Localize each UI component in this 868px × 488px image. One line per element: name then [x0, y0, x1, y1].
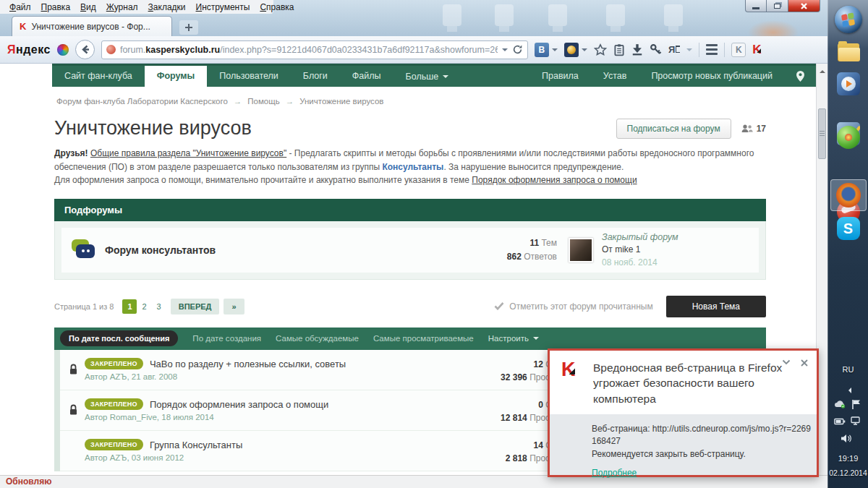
clock-date[interactable]: 02.12.2014 [828, 468, 868, 477]
rules-link[interactable]: Общие правила раздела "Уничтожение вирус… [90, 148, 286, 158]
firefox-menu-button[interactable] [706, 44, 718, 55]
topic-title[interactable]: ЧаВо по разделу + полезные ссылки, совет… [150, 359, 346, 369]
next-page-button[interactable]: ВПЕРЕД [171, 299, 220, 314]
vk-icon: B [535, 43, 549, 57]
subforum-title[interactable]: Форум консультантов [105, 244, 216, 256]
consultants-link[interactable]: Консультанты [382, 162, 443, 172]
firefox-icon [836, 183, 861, 207]
collapse-chevron-icon[interactable] [782, 359, 791, 367]
menu-edit[interactable]: Правка [36, 2, 76, 12]
clock-time[interactable]: 19:19 [828, 454, 868, 463]
topic-author[interactable]: Автор AZЪ, 21 авг. 2008 [85, 372, 346, 381]
last-page-button[interactable]: » [224, 299, 244, 314]
topic-author[interactable]: Автор AZЪ, 03 июня 2012 [85, 453, 242, 462]
subforum-row[interactable]: Форум консультантов 11 Тем 862 Ответов З… [61, 228, 759, 273]
yandex-logo[interactable]: Яндекс [7, 43, 51, 56]
address-bar[interactable]: forum.kasperskyclub.ru/index.php?s=91221… [101, 40, 528, 59]
people-icon [741, 124, 753, 133]
scroll-up-arrow[interactable] [820, 67, 825, 73]
reload-button[interactable] [512, 44, 523, 55]
yandex-elements-icon[interactable] [57, 44, 69, 56]
nav-more[interactable]: Больше [393, 66, 461, 87]
toolbar-overflow-chevron-icon[interactable] [686, 48, 692, 54]
page-2-link[interactable]: 2 [137, 302, 151, 311]
password-key-button[interactable] [650, 43, 662, 56]
details-link[interactable]: Подробнее [592, 467, 637, 479]
clipboard-icon [613, 43, 625, 56]
language-indicator[interactable]: RU [828, 365, 868, 374]
close-alert-icon[interactable] [801, 359, 808, 367]
yandex-visual-bookmarks-icon[interactable]: Я [668, 44, 680, 55]
power-battery-icon[interactable] [834, 418, 846, 425]
plus-icon [184, 23, 193, 32]
skype-taskbar-icon[interactable]: S [837, 217, 860, 240]
browser-tab[interactable]: K Уничтожение вирусов - Фор... [12, 16, 172, 36]
bookmarks-panel-button[interactable] [613, 43, 625, 56]
nav-new-posts[interactable]: Просмотр новых публикаций [639, 66, 785, 87]
topic-author[interactable]: Автор Roman_Five, 18 июля 2014 [85, 413, 328, 421]
sort-by-last-post[interactable]: По дате посл. сообщения [60, 330, 178, 346]
network-icon[interactable] [851, 416, 861, 425]
downloads-button[interactable] [631, 43, 643, 56]
page-1-active[interactable]: 1 [122, 299, 137, 314]
menu-file[interactable]: Файл [4, 2, 36, 12]
star-icon [594, 43, 607, 56]
back-button[interactable] [75, 40, 95, 59]
topic-title[interactable]: Порядок оформления запроса о помощи [150, 399, 328, 410]
breadcrumb-item[interactable]: Уничтожение вирусов [299, 97, 383, 106]
menu-view[interactable]: Вид [75, 2, 101, 12]
breadcrumb-item[interactable]: Помощь [247, 97, 279, 106]
new-topic-button[interactable]: Новая Тема [666, 296, 766, 317]
mark-read-control[interactable]: Отметить этот форум прочитанным [494, 301, 652, 312]
last-post-date: 08 нояб. 2014 [602, 257, 750, 269]
close-button[interactable] [788, 0, 820, 12]
last-poster-avatar[interactable] [569, 238, 593, 262]
kaspersky-protection-icon[interactable]: K [752, 43, 761, 57]
sort-most-viewed[interactable]: Самые просматриваемые [373, 334, 474, 343]
nav-charter[interactable]: Устав [591, 66, 639, 87]
minimize-button[interactable] [745, 0, 767, 12]
antivirus-tray-icon[interactable] [834, 400, 846, 408]
start-button[interactable] [835, 6, 862, 33]
menu-history[interactable]: Журнал [101, 2, 143, 12]
sort-by-created[interactable]: По дате создания [192, 334, 261, 343]
action-center-flag-icon[interactable] [851, 399, 861, 409]
menu-help[interactable]: Справка [255, 2, 299, 12]
vk-dropdown-icon[interactable] [552, 48, 558, 54]
gold-dropdown-icon[interactable] [582, 48, 587, 54]
nav-site[interactable]: Сайт фан-клуба [52, 66, 145, 87]
show-hidden-icons[interactable] [846, 388, 851, 393]
topic-title[interactable]: Группа Консультанты [150, 440, 242, 450]
desc-text: Для оформления запроса о помощи, внимате… [54, 175, 472, 185]
scrollbar-thumb[interactable] [818, 108, 826, 159]
key-icon [650, 43, 662, 56]
green-app-taskbar-icon[interactable] [837, 126, 860, 149]
media-player-taskbar-icon[interactable] [837, 72, 860, 95]
gold-badge-button[interactable] [564, 43, 587, 57]
help-request-link[interactable]: Порядок оформления запроса о помощи [472, 175, 637, 185]
location-pin-icon[interactable] [785, 66, 816, 87]
kaspersky-plugin-icon[interactable]: K [731, 43, 746, 57]
url-dropdown-icon[interactable] [502, 48, 508, 54]
volume-icon[interactable] [841, 434, 852, 443]
forum-description: Друзья! Общие правила раздела "Уничтожен… [54, 147, 760, 187]
subscribe-button[interactable]: Подписаться на форум [616, 119, 731, 139]
nav-rules[interactable]: Правила [529, 66, 591, 87]
last-post-author[interactable]: От mike 1 [602, 244, 750, 256]
nav-blogs[interactable]: Блоги [291, 66, 340, 87]
sort-settings[interactable]: Настроить [488, 334, 539, 343]
firefox-taskbar-icon-active[interactable] [830, 179, 867, 211]
new-tab-button[interactable] [179, 20, 198, 35]
explorer-taskbar-icon[interactable] [837, 40, 860, 64]
restore-button[interactable] [767, 0, 788, 12]
nav-users[interactable]: Пользователи [207, 66, 291, 87]
nav-files[interactable]: Файлы [340, 66, 393, 87]
sort-most-discussed[interactable]: Самые обсуждаемые [276, 334, 359, 343]
menu-bookmarks[interactable]: Закладки [143, 2, 191, 12]
menu-tools[interactable]: Инструменты [191, 2, 255, 12]
breadcrumb-item[interactable]: Форум фан-клуба Лаборатории Касперского [56, 97, 228, 106]
nav-forums[interactable]: Форумы [145, 66, 207, 87]
bookmark-star-button[interactable] [594, 43, 607, 56]
page-3-link[interactable]: 3 [152, 302, 166, 311]
vk-button[interactable]: B [535, 43, 558, 57]
